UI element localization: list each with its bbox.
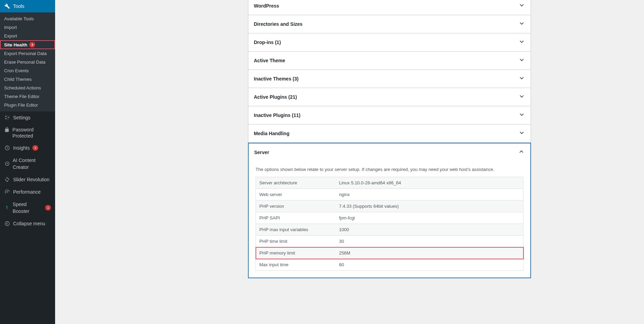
sidebar-item-settings[interactable]: Settings <box>0 111 55 124</box>
panel-title: Media Handling <box>254 131 289 136</box>
panel-toggle-active-theme[interactable]: Active Theme <box>248 52 531 69</box>
svg-rect-1 <box>5 118 7 119</box>
panel-description: The options shown below relate to your s… <box>256 167 523 172</box>
row-value: nginx <box>336 189 523 201</box>
sidebar-item-collapse[interactable]: Collapse menu <box>0 217 55 230</box>
chevron-down-icon <box>518 75 525 83</box>
panel-toggle-inactive-plugins[interactable]: Inactive Plugins (11) <box>248 106 531 124</box>
count-badge: 3 <box>29 42 35 47</box>
panel-dropins: Drop-ins (1) <box>248 33 531 52</box>
sidebar-item-ai-content[interactable]: AI Content Creator <box>0 154 55 173</box>
sidebar-item-scheduled[interactable]: Scheduled Actions <box>0 84 55 92</box>
sidebar-item-label: Settings <box>13 114 31 121</box>
count-badge: 5 <box>32 145 38 151</box>
chevron-down-icon <box>518 2 525 10</box>
sidebar-item-erase-personal[interactable]: Erase Personal Data <box>0 58 55 66</box>
row-label: PHP time limit <box>256 236 336 247</box>
table-row: Server architecture Linux 5.10.0-28-amd6… <box>256 177 523 189</box>
panel-title: WordPress <box>254 3 279 9</box>
collapse-icon <box>4 220 10 227</box>
panel-active-plugins: Active Plugins (21) <box>248 88 531 106</box>
row-label: Web server <box>256 189 336 201</box>
row-value: 256M <box>336 247 523 259</box>
sidebar-item-child-themes[interactable]: Child Themes <box>0 75 55 84</box>
sidebar-item-cron[interactable]: Cron Events <box>0 66 55 75</box>
panel-toggle-inactive-themes[interactable]: Inactive Themes (3) <box>248 70 531 88</box>
chevron-down-icon <box>518 111 525 119</box>
sidebar-item-label: Collapse menu <box>13 220 45 227</box>
sidebar-item-speed-booster[interactable]: Speed Booster 1 <box>0 198 55 217</box>
sidebar-item-site-health[interactable]: Site Health 3 <box>0 40 55 49</box>
sidebar-item-label: Speed Booster <box>13 201 43 215</box>
svg-point-6 <box>5 222 9 226</box>
chevron-down-icon <box>518 56 525 65</box>
table-row: PHP time limit 30 <box>256 236 523 247</box>
panel-directories: Directories and Sizes <box>248 15 531 33</box>
row-label: PHP version <box>256 201 336 212</box>
admin-sidebar: Tools Available Tools Import Export Site… <box>0 0 55 324</box>
sidebar-item-label: Tools <box>13 3 24 10</box>
panel-toggle-media[interactable]: Media Handling <box>248 125 531 142</box>
lock-icon <box>4 127 10 133</box>
table-row: Max input time 60 <box>256 259 523 271</box>
sidebar-item-password-protected[interactable]: Password Protected <box>0 124 55 142</box>
sidebar-item-available-tools[interactable]: Available Tools <box>0 14 55 23</box>
sidebar-item-tools[interactable]: Tools <box>0 0 55 12</box>
server-info-table: Server architecture Linux 5.10.0-28-amd6… <box>256 177 523 271</box>
panel-toggle-directories[interactable]: Directories and Sizes <box>248 15 531 33</box>
panel-toggle-wordpress[interactable]: WordPress <box>248 0 531 15</box>
table-row: PHP max input variables 1000 <box>256 224 523 236</box>
panel-inactive-plugins: Inactive Plugins (11) <box>248 106 531 125</box>
site-health-info-panels: WordPress Directories and Sizes Drop-ins… <box>248 0 531 278</box>
panel-title: Inactive Themes (3) <box>254 76 299 82</box>
panel-title: Active Plugins (21) <box>254 94 297 100</box>
sidebar-item-label: Slider Revolution <box>13 176 50 183</box>
rocket-icon <box>4 205 10 211</box>
sidebar-item-export[interactable]: Export <box>0 32 55 40</box>
main-content: WordPress Directories and Sizes Drop-ins… <box>55 0 644 324</box>
tools-submenu: Available Tools Import Export Site Healt… <box>0 12 55 111</box>
row-label: PHP SAPI <box>256 212 336 224</box>
svg-point-5 <box>7 163 7 164</box>
count-badge: 1 <box>45 205 51 210</box>
row-value: 30 <box>336 236 523 247</box>
sidebar-item-theme-editor[interactable]: Theme File Editor <box>0 92 55 101</box>
panel-media-handling: Media Handling <box>248 125 531 143</box>
gauge-icon <box>4 189 10 195</box>
sidebar-item-export-personal[interactable]: Export Personal Data <box>0 49 55 58</box>
target-icon <box>4 161 10 167</box>
row-value: 7.4.33 (Supports 64bit values) <box>336 201 523 212</box>
chevron-up-icon <box>518 148 525 156</box>
sidebar-item-slider-revolution[interactable]: Slider Revolution <box>0 173 55 186</box>
panel-wordpress: WordPress <box>248 0 531 15</box>
chevron-down-icon <box>518 93 525 101</box>
panel-body-server: The options shown below relate to your s… <box>249 161 530 278</box>
table-row: Web server nginx <box>256 189 523 201</box>
panel-server: Server The options shown below relate to… <box>248 143 531 278</box>
panel-title: Inactive Plugins (11) <box>254 112 300 118</box>
sidebar-item-performance[interactable]: Performance <box>0 186 55 198</box>
row-label: Server architecture <box>256 177 336 189</box>
row-value: 60 <box>336 259 523 271</box>
panel-title: Drop-ins (1) <box>254 40 281 45</box>
sidebar-item-plugin-editor[interactable]: Plugin File Editor <box>0 101 55 109</box>
panel-title: Server <box>254 150 269 155</box>
sliders-icon <box>4 115 10 121</box>
panel-toggle-active-plugins[interactable]: Active Plugins (21) <box>248 88 531 106</box>
wrench-icon <box>4 3 10 9</box>
row-value: Linux 5.10.0-28-amd64 x86_64 <box>336 177 523 189</box>
refresh-icon <box>4 176 10 183</box>
panel-title: Directories and Sizes <box>254 21 303 27</box>
row-value: 1000 <box>336 224 523 236</box>
table-row-php-memory-limit: PHP memory limit 256M <box>256 247 523 259</box>
row-label: Max input time <box>256 259 336 271</box>
sidebar-item-insights[interactable]: Insights 5 <box>0 142 55 154</box>
panel-title: Active Theme <box>254 58 285 63</box>
chevron-down-icon <box>518 38 525 46</box>
sidebar-item-import[interactable]: Import <box>0 23 55 32</box>
table-row: PHP SAPI fpm-fcgi <box>256 212 523 224</box>
row-value: fpm-fcgi <box>336 212 523 224</box>
panel-toggle-dropins[interactable]: Drop-ins (1) <box>248 33 531 51</box>
panel-toggle-server[interactable]: Server <box>249 143 530 161</box>
chevron-down-icon <box>518 20 525 28</box>
